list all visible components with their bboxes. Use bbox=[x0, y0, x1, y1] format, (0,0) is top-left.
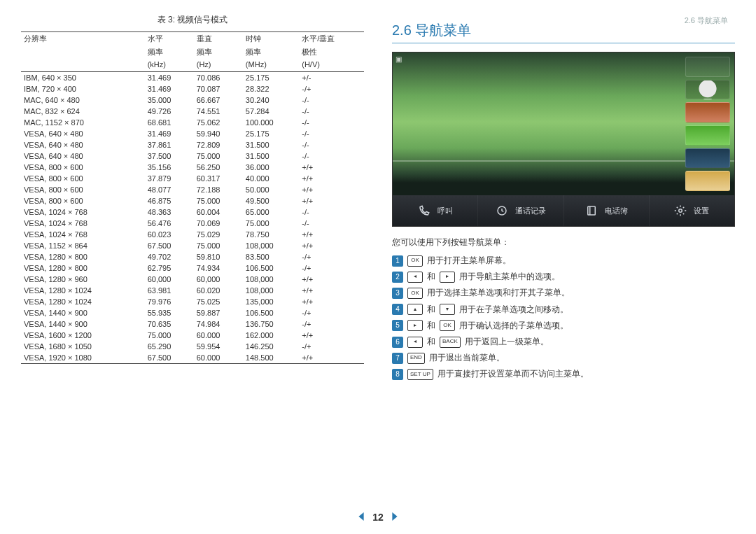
cell: 67.500 bbox=[145, 240, 194, 251]
cell: +/+ bbox=[299, 229, 364, 240]
cell: 72.809 bbox=[194, 139, 243, 150]
cell: -/- bbox=[299, 128, 364, 139]
cell: 67.500 bbox=[145, 352, 194, 364]
th-h2: 频率 bbox=[145, 45, 194, 59]
cell: 59.954 bbox=[194, 341, 243, 352]
osd-settings[interactable]: 设置 bbox=[649, 195, 734, 226]
instruction-text: 用于退出当前菜单。 bbox=[429, 351, 505, 365]
cell: -/+ bbox=[299, 341, 364, 352]
cell: 72.188 bbox=[194, 184, 243, 195]
instruction-row: 4▴和▾用于在子菜单选项之间移动。 bbox=[392, 303, 735, 316]
th-clk2: 频率 bbox=[243, 45, 299, 59]
cell: 50.000 bbox=[243, 184, 299, 195]
osd-phonebook[interactable]: 电话簿 bbox=[564, 195, 649, 226]
cell: +/+ bbox=[299, 195, 364, 206]
cell: 40.000 bbox=[243, 173, 299, 184]
table-row: VESA, 1024 × 76860.02375.02978.750+/+ bbox=[21, 229, 364, 240]
clock-widget bbox=[685, 80, 730, 100]
cell: VESA, 640 × 480 bbox=[21, 139, 145, 150]
cell: 78.750 bbox=[243, 229, 299, 240]
cell: 65.000 bbox=[243, 206, 299, 218]
cell: 31.469 bbox=[145, 72, 194, 84]
desktop-icon: ▣ bbox=[396, 55, 402, 63]
step-badge: 3 bbox=[392, 288, 403, 299]
osd-label: 电话簿 bbox=[605, 206, 628, 216]
cell: VESA, 800 × 600 bbox=[21, 173, 145, 184]
cell: -/- bbox=[299, 106, 364, 117]
cell: 60.023 bbox=[145, 229, 194, 240]
instruction-text: 用于打开主菜单屏幕。 bbox=[427, 254, 511, 267]
instruction-row: 3OK用于选择主菜单选项和打开其子菜单。 bbox=[392, 286, 735, 300]
cell: 31.469 bbox=[145, 128, 194, 139]
cell: +/+ bbox=[299, 296, 364, 307]
cell: -/+ bbox=[299, 251, 364, 262]
cell: 25.175 bbox=[243, 72, 299, 84]
cell: 148.500 bbox=[243, 352, 299, 364]
pager-prev[interactable] bbox=[357, 512, 365, 523]
cell: 75.000 bbox=[194, 150, 243, 162]
instruction-text: 用于在子菜单选项之间移动。 bbox=[459, 303, 568, 316]
cell: +/+ bbox=[299, 173, 364, 184]
keycap-icon: ▴ bbox=[407, 304, 423, 315]
table-row: MAC, 1152 × 87068.68175.062100.000-/- bbox=[21, 117, 364, 128]
keycap-icon: ▸ bbox=[440, 272, 455, 283]
cell: 75.000 bbox=[194, 195, 243, 206]
cell: +/+ bbox=[299, 352, 364, 364]
cell: 55.935 bbox=[145, 307, 194, 318]
cell: 46.875 bbox=[145, 195, 194, 206]
osd-history[interactable]: 通话记录 bbox=[477, 195, 563, 226]
cell: 75.029 bbox=[194, 229, 243, 240]
osd-call[interactable]: 呼叫 bbox=[393, 195, 477, 226]
table-row: VESA, 800 × 60048.07772.18850.000+/+ bbox=[21, 184, 364, 195]
cell: 108,000 bbox=[243, 274, 299, 285]
cell: MAC, 832 × 624 bbox=[21, 106, 145, 117]
instruction-row: 5▸和OK用于确认选择的子菜单选项。 bbox=[392, 319, 735, 332]
th-v1: 垂直 bbox=[194, 32, 243, 46]
cell: 28.322 bbox=[243, 83, 299, 94]
cell: 106.500 bbox=[243, 307, 299, 318]
osd-label: 设置 bbox=[694, 206, 709, 216]
cell: 79.976 bbox=[145, 296, 194, 307]
cell: 31.500 bbox=[243, 150, 299, 162]
th-resolution: 分辨率 bbox=[21, 32, 145, 46]
cell: VESA, 1280 × 800 bbox=[21, 251, 145, 262]
table-row: VESA, 640 × 48031.46959.94025.175-/- bbox=[21, 128, 364, 139]
cell: 37.861 bbox=[145, 139, 194, 150]
table-row: VESA, 800 × 60037.87960.31740.000+/+ bbox=[21, 173, 364, 184]
photo-widget bbox=[685, 125, 730, 146]
video-signal-table: 分辨率 水平 垂直 时钟 水平/垂直 频率 频率 频率 极性 (kHz) (Hz… bbox=[21, 31, 364, 364]
cell: 70.086 bbox=[194, 72, 243, 84]
cell: 60.000 bbox=[194, 352, 243, 364]
table-row: VESA, 1920 × 108067.50060.000148.500+/+ bbox=[21, 352, 364, 364]
cell: 68.681 bbox=[145, 117, 194, 128]
cell: 135,000 bbox=[243, 296, 299, 307]
cell: 162.000 bbox=[243, 330, 299, 341]
osd-menu-bar: 呼叫 通话记录 电话簿 bbox=[393, 195, 734, 226]
cell: 108,000 bbox=[243, 240, 299, 251]
table-row: VESA, 1600 × 120075.00060.000162.000+/+ bbox=[21, 330, 364, 341]
cell: 75.025 bbox=[194, 296, 243, 307]
cell: 74.934 bbox=[194, 262, 243, 274]
cell: 59.940 bbox=[194, 128, 243, 139]
table-row: VESA, 1280 × 96060,00060,000108,000+/+ bbox=[21, 274, 364, 285]
cell: 83.500 bbox=[243, 251, 299, 262]
weather-widget bbox=[685, 148, 730, 169]
cell: 37.879 bbox=[145, 173, 194, 184]
cell: VESA, 1024 × 768 bbox=[21, 218, 145, 229]
cell: -/- bbox=[299, 206, 364, 218]
step-badge: 7 bbox=[392, 353, 403, 364]
cell: 60,000 bbox=[145, 274, 194, 285]
pager-next[interactable] bbox=[391, 512, 399, 523]
table-row: VESA, 1440 × 90055.93559.887106.500-/+ bbox=[21, 307, 364, 318]
cell: VESA, 1280 × 800 bbox=[21, 262, 145, 274]
cell: 60.000 bbox=[194, 330, 243, 341]
cell: 75.000 bbox=[194, 240, 243, 251]
table-row: MAC, 640 × 48035.00066.66730.240-/- bbox=[21, 94, 364, 106]
cell: VESA, 1152 × 864 bbox=[21, 240, 145, 251]
history-icon bbox=[496, 204, 508, 217]
cell: +/- bbox=[299, 72, 364, 84]
cell: 56.250 bbox=[194, 162, 243, 173]
table-title: 表 3: 视频信号模式 bbox=[21, 14, 364, 26]
instruction-text: 用于导航主菜单中的选项。 bbox=[459, 270, 560, 283]
cell: 60.004 bbox=[194, 206, 243, 218]
